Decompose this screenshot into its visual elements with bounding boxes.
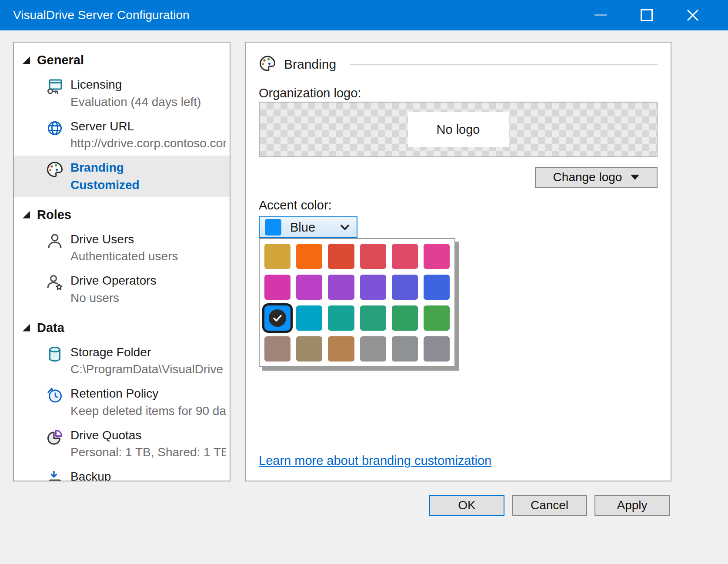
palette-swatch[interactable] xyxy=(424,305,450,331)
item-subtitle: C:\ProgramData\VisualDrive S... xyxy=(70,361,226,378)
palette-swatch[interactable] xyxy=(392,336,418,362)
pie-chart-icon xyxy=(46,428,63,446)
chevron-down-icon xyxy=(340,224,350,230)
tree-section-general[interactable]: General xyxy=(14,50,230,71)
palette-swatch[interactable] xyxy=(296,275,322,300)
accent-color-dropdown[interactable]: Blue xyxy=(259,216,357,238)
collapse-triangle-icon xyxy=(23,324,30,332)
item-subtitle: Authenticated users xyxy=(70,248,178,265)
user-icon xyxy=(46,232,63,250)
sidebar-item-drive-users[interactable]: Drive Users Authenticated users xyxy=(14,227,230,269)
palette-swatch[interactable] xyxy=(360,244,386,269)
palette-swatch[interactable] xyxy=(392,244,418,269)
history-clock-icon xyxy=(46,387,63,404)
item-subtitle: Keep deleted items for 90 days xyxy=(70,402,226,420)
item-title: Branding xyxy=(70,159,140,176)
accent-color-value: Blue xyxy=(290,220,331,235)
palette-icon xyxy=(259,55,276,74)
item-title: Licensing xyxy=(70,76,201,93)
header-divider xyxy=(350,64,658,65)
palette-swatch[interactable] xyxy=(392,275,418,300)
palette-swatch[interactable] xyxy=(264,336,291,362)
palette-swatch[interactable] xyxy=(328,336,354,362)
item-subtitle: Evaluation (44 days left) xyxy=(70,93,201,111)
user-star-icon xyxy=(46,274,63,291)
minimize-button[interactable] xyxy=(578,0,624,30)
dropdown-caret-icon xyxy=(631,175,639,180)
check-icon xyxy=(269,309,286,327)
sidebar-item-drive-quotas[interactable]: Drive Quotas Personal: 1 TB, Shared: 1 T… xyxy=(14,423,230,465)
item-subtitle: No users xyxy=(70,289,157,307)
palette-swatch[interactable] xyxy=(328,305,354,331)
item-title: Retention Policy xyxy=(70,385,226,402)
palette-swatch[interactable] xyxy=(360,336,386,362)
item-title: Storage Folder xyxy=(70,344,226,361)
minimize-icon xyxy=(594,14,607,16)
palette-swatch[interactable] xyxy=(424,275,450,300)
close-icon xyxy=(687,9,699,21)
palette-swatch[interactable] xyxy=(264,244,291,269)
item-title: Drive Quotas xyxy=(70,427,226,444)
sidebar-item-licensing[interactable]: Licensing Evaluation (44 days left) xyxy=(14,73,230,114)
titlebar: VisualDrive Server Configuration xyxy=(0,0,728,30)
sidebar-item-branding[interactable]: Branding Customized xyxy=(14,156,230,197)
palette-swatch[interactable] xyxy=(328,275,354,300)
organization-logo-label: Organization logo: xyxy=(259,86,361,100)
palette-swatch[interactable] xyxy=(328,244,354,269)
apply-button[interactable]: Apply xyxy=(594,495,670,516)
sidebar-item-drive-operators[interactable]: Drive Operators No users xyxy=(14,269,230,310)
palette-icon xyxy=(46,161,63,178)
item-subtitle: Customized xyxy=(70,176,140,194)
palette-swatch[interactable] xyxy=(360,275,386,300)
tree-section-roles[interactable]: Roles xyxy=(14,204,230,226)
cancel-button[interactable]: Cancel xyxy=(512,495,587,516)
sidebar-item-storage-folder[interactable]: Storage Folder C:\ProgramData\VisualDriv… xyxy=(14,340,230,382)
learn-more-link[interactable]: Learn more about branding customization xyxy=(259,454,491,468)
logo-preview-area: No logo xyxy=(259,102,658,157)
palette-swatch[interactable] xyxy=(264,275,291,300)
branding-page: Branding Organization logo: No logo Chan… xyxy=(245,42,671,481)
collapse-triangle-icon xyxy=(23,56,30,64)
no-logo-placeholder: No logo xyxy=(408,112,509,147)
item-title: Server URL xyxy=(70,118,226,135)
item-title: Drive Operators xyxy=(70,272,157,289)
item-title: Drive Users xyxy=(70,231,178,248)
tree-section-data[interactable]: Data xyxy=(14,317,230,338)
item-subtitle: http://vdrive.corp.contoso.com xyxy=(70,135,226,152)
settings-tree: General Licensing Evaluation (44 days le… xyxy=(13,42,230,481)
sidebar-item-backup[interactable]: Backup VSS Writer is enabled xyxy=(14,464,230,481)
window-title: VisualDrive Server Configuration xyxy=(0,8,190,22)
palette-swatch[interactable] xyxy=(360,305,386,331)
palette-swatch[interactable] xyxy=(424,336,450,362)
palette-swatch[interactable] xyxy=(296,305,322,331)
sidebar-item-server-url[interactable]: Server URL http://vdrive.corp.contoso.co… xyxy=(14,114,230,156)
accent-color-label: Accent color: xyxy=(259,198,332,212)
database-icon xyxy=(46,345,63,363)
accent-color-grid xyxy=(259,238,455,367)
palette-swatch-selected[interactable] xyxy=(264,305,291,331)
backup-download-icon xyxy=(46,470,63,481)
change-logo-button[interactable]: Change logo xyxy=(535,167,658,188)
maximize-button[interactable] xyxy=(624,0,670,30)
page-title: Branding xyxy=(284,57,336,72)
palette-swatch[interactable] xyxy=(296,336,322,362)
globe-icon xyxy=(46,119,63,137)
accent-color-swatch xyxy=(265,219,281,236)
item-title: Backup xyxy=(70,468,189,481)
palette-swatch[interactable] xyxy=(424,244,450,269)
palette-swatch[interactable] xyxy=(296,244,322,269)
palette-swatch[interactable] xyxy=(392,305,418,331)
license-key-icon xyxy=(46,78,63,95)
collapse-triangle-icon xyxy=(23,211,30,219)
close-button[interactable] xyxy=(670,0,716,30)
maximize-icon xyxy=(641,9,653,21)
item-subtitle: Personal: 1 TB, Shared: 1 TB xyxy=(70,444,226,461)
sidebar-item-retention-policy[interactable]: Retention Policy Keep deleted items for … xyxy=(14,382,230,423)
ok-button[interactable]: OK xyxy=(429,495,504,516)
page-header: Branding xyxy=(259,55,658,74)
